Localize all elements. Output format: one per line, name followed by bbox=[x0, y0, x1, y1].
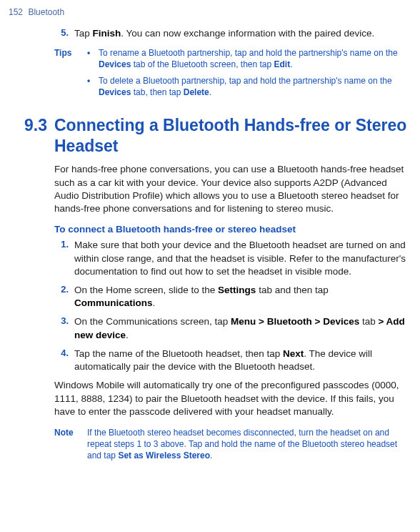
section-heading: 9.3 Connecting a Bluetooth Hands-free or… bbox=[9, 115, 411, 157]
tip-item: • To rename a Bluetooth partnership, tap… bbox=[87, 47, 410, 70]
section-title: Connecting a Bluetooth Hands-free or Ste… bbox=[54, 115, 411, 157]
list-item: 5. Tap Finish. You can now exchange info… bbox=[54, 27, 410, 40]
text-run: . bbox=[290, 59, 292, 69]
step-number: 4. bbox=[54, 348, 74, 373]
section-number: 9.3 bbox=[9, 115, 54, 157]
text-run: tab, then tap bbox=[131, 87, 183, 97]
bold-run: Set as Wireless Stereo bbox=[118, 450, 210, 460]
bullet-icon: • bbox=[87, 47, 99, 70]
text-run: tab bbox=[359, 316, 378, 327]
list-item: 3. On the Communications screen, tap Men… bbox=[54, 315, 410, 341]
page-container: 152 Bluetooth 5. Tap Finish. You can now… bbox=[0, 0, 420, 469]
bold-run: > bbox=[312, 316, 323, 327]
bold-run: Settings bbox=[218, 285, 256, 295]
tips-body: • To rename a Bluetooth partnership, tap… bbox=[87, 47, 410, 102]
step-text: On the Home screen, slide to the Setting… bbox=[74, 284, 410, 310]
bold-run: Delete bbox=[184, 87, 209, 97]
step-number: 3. bbox=[54, 315, 74, 341]
tip-text: To rename a Bluetooth partnership, tap a… bbox=[99, 47, 410, 70]
step-number: 5. bbox=[54, 27, 74, 40]
note-block: Note If the Bluetooth stereo headset bec… bbox=[54, 427, 410, 462]
text-run: tab and then tap bbox=[256, 285, 328, 295]
page-number: 152 bbox=[9, 7, 23, 17]
step-text: Tap the name of the Bluetooth headset, t… bbox=[74, 348, 410, 373]
page-header: 152 Bluetooth bbox=[9, 7, 411, 17]
text-run: Tap bbox=[74, 28, 93, 39]
bullet-icon: • bbox=[87, 75, 99, 98]
step-text: Make sure that both your device and the … bbox=[74, 239, 410, 278]
tips-label: Tips bbox=[54, 47, 87, 102]
bold-run: Finish bbox=[93, 28, 121, 39]
bold-run: Devices bbox=[99, 59, 131, 69]
bold-run: > bbox=[256, 316, 266, 327]
subheading: To connect a Bluetooth hands-free or ste… bbox=[54, 224, 410, 235]
text-run: To delete a Bluetooth partnership, tap a… bbox=[99, 76, 392, 86]
bold-run: Communications bbox=[74, 297, 153, 308]
page-header-title: Bluetooth bbox=[28, 7, 64, 17]
text-run: . You can now exchange information with … bbox=[121, 28, 374, 39]
list-item: 1. Make sure that both your device and t… bbox=[54, 239, 410, 278]
item-5-block: 5. Tap Finish. You can now exchange info… bbox=[54, 27, 410, 102]
text-run: To rename a Bluetooth partnership, tap a… bbox=[99, 48, 398, 58]
list-item: 2. On the Home screen, slide to the Sett… bbox=[54, 284, 410, 310]
step-text: On the Communications screen, tap Menu >… bbox=[74, 315, 410, 341]
bold-run: Devices bbox=[99, 87, 131, 97]
step-number: 2. bbox=[54, 284, 74, 310]
text-run: . bbox=[126, 330, 129, 340]
bold-run: Next bbox=[283, 348, 304, 359]
intro-paragraph: For hands-free phone conversations, you … bbox=[54, 163, 410, 215]
text-run: . bbox=[153, 297, 156, 308]
text-run: On the Communications screen, tap bbox=[74, 316, 231, 327]
note-label: Note bbox=[54, 427, 87, 462]
section-body: For hands-free phone conversations, you … bbox=[54, 163, 410, 461]
bold-run: Menu bbox=[231, 316, 256, 327]
tip-text: To delete a Bluetooth partnership, tap a… bbox=[99, 75, 410, 98]
text-run: tab of the Bluetooth screen, then tap bbox=[131, 59, 274, 69]
bold-run: Devices bbox=[323, 316, 359, 327]
bold-run: Edit bbox=[274, 59, 291, 69]
closing-paragraph: Windows Mobile will automatically try on… bbox=[54, 379, 410, 418]
text-run: On the Home screen, slide to the bbox=[74, 285, 218, 295]
step-number: 1. bbox=[54, 239, 74, 278]
note-text: If the Bluetooth stereo headset becomes … bbox=[87, 427, 410, 462]
text-run: Tap the name of the Bluetooth headset, t… bbox=[74, 348, 283, 359]
tips-block: Tips • To rename a Bluetooth partnership… bbox=[54, 47, 410, 102]
tip-item: • To delete a Bluetooth partnership, tap… bbox=[87, 75, 410, 98]
bold-run: Bluetooth bbox=[267, 316, 312, 327]
bold-run: > bbox=[378, 316, 386, 327]
text-run: . bbox=[209, 87, 211, 97]
list-item: 4. Tap the name of the Bluetooth headset… bbox=[54, 348, 410, 373]
text-run: . bbox=[210, 450, 212, 460]
step-text: Tap Finish. You can now exchange informa… bbox=[74, 27, 410, 40]
